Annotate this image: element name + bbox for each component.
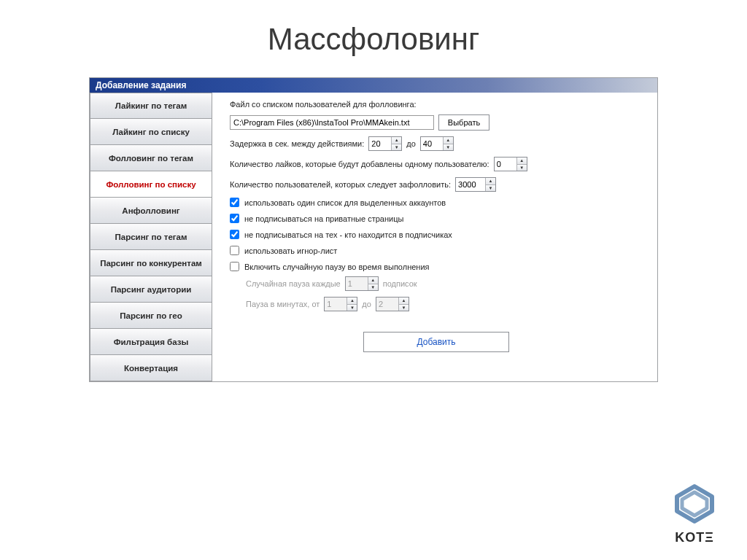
checkbox-row-3: не подписываться на тех - кто находится … — [230, 230, 643, 239]
likes-input[interactable] — [495, 158, 516, 171]
pause-min-to-spinner: ▲▼ — [376, 297, 409, 311]
sidebar-item-6[interactable]: Парсинг по конкурентам — [90, 250, 212, 276]
spin-up-icon[interactable]: ▲ — [517, 158, 527, 165]
pause-min-from-spinner: ▲▼ — [324, 297, 357, 311]
spin-down-icon: ▼ — [368, 284, 378, 291]
pause-min-from-input — [325, 298, 347, 311]
sidebar-item-8[interactable]: Парсинг по гео — [90, 303, 212, 329]
sidebar-item-3[interactable]: Фолловинг по списку — [90, 171, 212, 198]
file-path-input[interactable] — [230, 115, 434, 130]
skip-followers-label[interactable]: не подписываться на тех - кто находится … — [244, 230, 452, 239]
checkbox-row-1: использовать один список для выделенных … — [230, 198, 643, 207]
delay-to-input[interactable] — [421, 137, 443, 150]
random-pause-unit: подписок — [383, 279, 417, 288]
window-body: Лайкинг по тегамЛайкинг по спискуФоллови… — [90, 93, 657, 381]
sidebar-item-10[interactable]: Конвертация — [90, 355, 212, 381]
checkbox-row-4: использовать игнор-лист — [230, 246, 643, 255]
delay-to-spinner[interactable]: ▲▼ — [420, 136, 454, 151]
random-pause-every-input — [346, 277, 368, 290]
spin-up-icon: ▲ — [399, 298, 409, 305]
spin-down-icon[interactable]: ▼ — [486, 185, 495, 192]
spin-down-icon[interactable]: ▼ — [444, 144, 453, 151]
sidebar-item-1[interactable]: Лайкинг по списку — [90, 119, 212, 145]
hexagon-logo-icon — [671, 483, 718, 524]
brand-name: KOTΞ — [671, 530, 718, 545]
content-panel: Файл со списком пользователей для фоллов… — [212, 93, 657, 381]
sidebar-item-5[interactable]: Парсинг по тегам — [90, 224, 212, 250]
ignore-list-label[interactable]: использовать игнор-лист — [244, 246, 337, 255]
checkbox-row-5: Включить случайную паузу во время выполн… — [230, 262, 643, 271]
random-pause-label[interactable]: Включить случайную паузу во время выполн… — [244, 262, 430, 271]
sidebar-item-0[interactable]: Лайкинг по тегам — [90, 93, 212, 119]
pause-min-to-word: до — [362, 300, 371, 308]
ignore-list-checkbox[interactable] — [230, 246, 239, 255]
slide-title: Массфоловинг — [0, 22, 747, 57]
skip-private-label[interactable]: не подписываться на приватные страницы — [244, 214, 403, 223]
add-button[interactable]: Добавить — [363, 332, 509, 352]
delay-from-input[interactable] — [369, 137, 391, 150]
spin-down-icon: ▼ — [347, 305, 357, 311]
spin-up-icon[interactable]: ▲ — [444, 137, 453, 144]
spin-down-icon: ▼ — [399, 305, 409, 311]
delay-label: Задержка в сек. между действиями: — [230, 139, 364, 148]
checkbox-row-2: не подписываться на приватные страницы — [230, 214, 643, 223]
choose-file-button[interactable]: Выбрать — [438, 114, 489, 131]
random-pause-every-label: Случайная пауза каждые — [246, 279, 341, 288]
likes-spinner[interactable]: ▲▼ — [494, 157, 527, 171]
random-pause-every-spinner: ▲▼ — [345, 276, 379, 291]
spin-up-icon: ▲ — [347, 298, 357, 305]
spin-up-icon[interactable]: ▲ — [392, 137, 401, 144]
pause-min-label: Пауза в минутах, от — [246, 300, 320, 308]
sidebar-item-4[interactable]: Анфолловинг — [90, 198, 212, 224]
delay-from-spinner[interactable]: ▲▼ — [368, 136, 402, 151]
skip-private-checkbox[interactable] — [230, 214, 239, 223]
users-label: Количество пользователей, которых следуе… — [230, 180, 451, 189]
use-one-list-checkbox[interactable] — [230, 198, 239, 207]
sidebar: Лайкинг по тегамЛайкинг по спискуФоллови… — [90, 93, 212, 381]
spin-up-icon[interactable]: ▲ — [486, 178, 495, 185]
sidebar-item-7[interactable]: Парсинг аудитории — [90, 276, 212, 303]
users-spinner[interactable]: ▲▼ — [455, 177, 496, 192]
sidebar-item-9[interactable]: Фильтрация базы — [90, 329, 212, 355]
pause-min-to-input — [376, 298, 398, 311]
delay-to-word: до — [406, 139, 416, 148]
likes-label: Количество лайков, которые будут добавле… — [230, 160, 489, 168]
spin-up-icon: ▲ — [368, 277, 378, 284]
random-pause-checkbox[interactable] — [230, 262, 239, 271]
sidebar-item-2[interactable]: Фолловинг по тегам — [90, 145, 212, 171]
skip-followers-checkbox[interactable] — [230, 230, 239, 239]
app-window: Добавление задания Лайкинг по тегамЛайки… — [89, 77, 658, 382]
window-title-bar: Добавление задания — [90, 78, 657, 93]
svg-marker-1 — [682, 492, 707, 516]
brand-logo: KOTΞ — [671, 483, 718, 545]
file-label: Файл со списком пользователей для фоллов… — [230, 100, 417, 109]
spin-down-icon[interactable]: ▼ — [517, 165, 527, 171]
use-one-list-label[interactable]: использовать один список для выделенных … — [244, 198, 446, 207]
users-input[interactable] — [456, 178, 485, 191]
spin-down-icon[interactable]: ▼ — [392, 144, 401, 151]
